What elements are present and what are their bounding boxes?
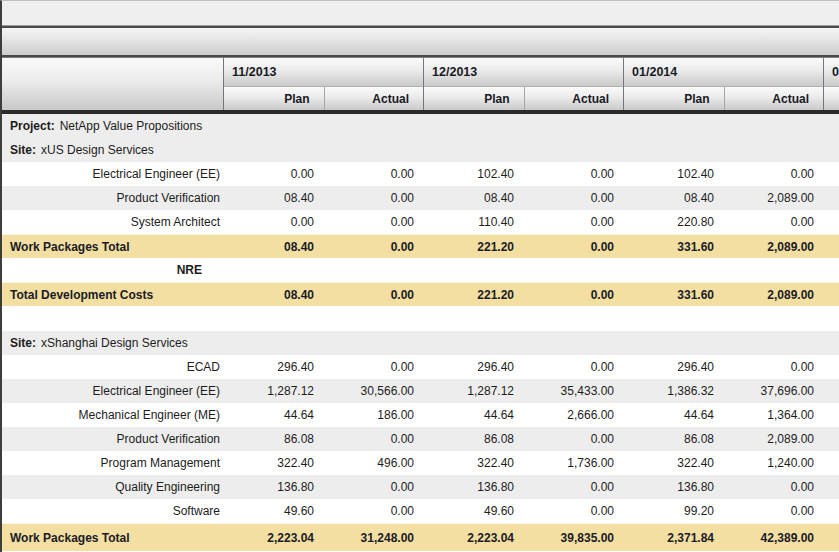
- plan-column-header[interactable]: Plan: [224, 87, 324, 110]
- row-label: Product Verification: [2, 432, 228, 446]
- month-header[interactable]: 0: [824, 58, 839, 87]
- toolbar: [2, 26, 839, 57]
- value-cell: 0.00: [528, 432, 628, 446]
- value-cell: 0.00: [528, 215, 628, 229]
- header-corner-cell: [2, 58, 223, 110]
- month-header[interactable]: 12/2013: [424, 58, 623, 87]
- project-prefix: Project:: [10, 119, 55, 133]
- value-cell: 102.40: [428, 167, 528, 181]
- value-cell: 221.20: [428, 240, 528, 254]
- value-cell: 08.40: [228, 191, 328, 205]
- row-filler: [828, 427, 839, 451]
- value-cell: 44.64: [428, 408, 528, 422]
- data-row[interactable]: System Architect0.000.00110.400.00220.80…: [2, 210, 839, 234]
- value-cell: 08.40: [428, 191, 528, 205]
- site-row: Site:xShanghai Design Services: [2, 331, 839, 355]
- row-label: Electrical Engineer (EE): [2, 384, 228, 398]
- site-label: Site:xUS Design Services: [2, 143, 154, 157]
- table-header: 11/2013PlanActual12/2013PlanActual01/201…: [2, 57, 839, 114]
- spacer-row: [2, 306, 839, 331]
- month-column-group: 01/2014PlanActual: [623, 58, 823, 110]
- value-cell: 136.80: [428, 480, 528, 494]
- value-cell: 99.20: [628, 504, 728, 518]
- actual-column-header[interactable]: Actual: [724, 87, 824, 110]
- value-cell: 0.00: [528, 504, 628, 518]
- value-cell: 0.00: [328, 215, 428, 229]
- value-cell: 49.60: [428, 504, 528, 518]
- row-label: Product Verification: [2, 191, 228, 205]
- row-filler: [828, 186, 839, 210]
- value-cell: 0.00: [528, 480, 628, 494]
- row-label: Software: [2, 504, 228, 518]
- data-row[interactable]: Mechanical Engineer (ME)44.64186.0044.64…: [2, 403, 839, 427]
- value-cell: 331.60: [628, 288, 728, 302]
- row-label: System Architect: [2, 215, 228, 229]
- value-cell: 0.00: [728, 360, 828, 374]
- value-cell: 110.40: [428, 215, 528, 229]
- site-prefix: Site:: [10, 336, 36, 350]
- data-row[interactable]: Product Verification86.080.0086.080.0086…: [2, 427, 839, 451]
- data-row[interactable]: Electrical Engineer (EE)1,287.1230,566.0…: [2, 379, 839, 403]
- cost-table: Project:NetApp Value PropositionsSite:xU…: [2, 114, 839, 551]
- sub-header-row: PlanActual: [424, 87, 623, 110]
- column-headers: 11/2013PlanActual12/2013PlanActual01/201…: [223, 58, 839, 110]
- data-row[interactable]: Quality Engineering136.800.00136.800.001…: [2, 475, 839, 499]
- value-cell: 31,248.00: [328, 531, 428, 545]
- month-header[interactable]: 11/2013: [224, 58, 423, 87]
- cost-report-window: 11/2013PlanActual12/2013PlanActual01/201…: [0, 0, 839, 552]
- month-header[interactable]: 01/2014: [624, 58, 823, 87]
- row-label: Total Development Costs: [2, 288, 228, 302]
- total-row[interactable]: Total Development Costs08.400.00221.200.…: [2, 282, 839, 306]
- value-cell: 1,386.32: [628, 384, 728, 398]
- value-cell: 1,240.00: [728, 456, 828, 470]
- value-cell: 86.08: [628, 432, 728, 446]
- site-prefix: Site:: [10, 143, 36, 157]
- total-row[interactable]: Work Packages Total2,223.0431,248.002,22…: [2, 523, 839, 551]
- value-cell: 0.00: [328, 480, 428, 494]
- value-cell: 331.60: [628, 240, 728, 254]
- value-cell: 496.00: [328, 456, 428, 470]
- actual-column-header[interactable]: Actual: [324, 87, 424, 110]
- row-label: Work Packages Total: [2, 531, 228, 545]
- data-row[interactable]: Product Verification08.400.0008.400.0008…: [2, 186, 839, 210]
- data-row[interactable]: Electrical Engineer (EE)0.000.00102.400.…: [2, 162, 839, 186]
- value-cell: 0.00: [328, 504, 428, 518]
- value-cell: 2,371.84: [628, 531, 728, 545]
- value-cell: 322.40: [628, 456, 728, 470]
- data-row[interactable]: ECAD296.400.00296.400.00296.400.00: [2, 355, 839, 379]
- value-cell: 296.40: [228, 360, 328, 374]
- value-cell: 0.00: [528, 288, 628, 302]
- plan-column-header[interactable]: Plan: [624, 87, 724, 110]
- month-column-group: 12/2013PlanActual: [423, 58, 623, 110]
- row-filler: [828, 451, 839, 475]
- actual-column-header[interactable]: Actual: [524, 87, 624, 110]
- value-cell: 30,566.00: [328, 384, 428, 398]
- total-row[interactable]: Work Packages Total08.400.00221.200.0033…: [2, 234, 839, 258]
- row-label: Work Packages Total: [2, 240, 228, 254]
- value-cell: 0.00: [328, 167, 428, 181]
- nre-label: NRE: [2, 263, 228, 277]
- data-row[interactable]: Software49.600.0049.600.0099.200.00: [2, 499, 839, 523]
- month-column-group: 0: [823, 58, 839, 110]
- row-label: Electrical Engineer (EE): [2, 167, 228, 181]
- value-cell: 86.08: [228, 432, 328, 446]
- row-label: Program Management: [2, 456, 228, 470]
- value-cell: 35,433.00: [528, 384, 628, 398]
- data-row[interactable]: Program Management322.40496.00322.401,73…: [2, 451, 839, 475]
- value-cell: 44.64: [228, 408, 328, 422]
- value-cell: 0.00: [728, 480, 828, 494]
- row-filler: [828, 524, 839, 551]
- value-cell: 0.00: [228, 167, 328, 181]
- plan-column-header[interactable]: Plan: [424, 87, 524, 110]
- sub-header-row: [824, 87, 839, 110]
- row-filler: [828, 235, 839, 258]
- value-cell: 2,666.00: [528, 408, 628, 422]
- value-cell: 1,364.00: [728, 408, 828, 422]
- row-filler: [828, 355, 839, 379]
- project-row: Project:NetApp Value Propositions: [2, 114, 839, 138]
- value-cell: 86.08: [428, 432, 528, 446]
- value-cell: 0.00: [328, 240, 428, 254]
- value-cell: 0.00: [228, 215, 328, 229]
- value-cell: 2,089.00: [728, 191, 828, 205]
- value-cell: 0.00: [328, 191, 428, 205]
